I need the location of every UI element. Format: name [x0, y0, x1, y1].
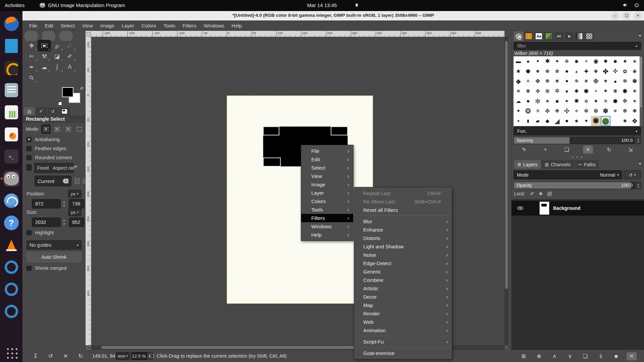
- tab-device-status[interactable]: [585, 32, 594, 41]
- brush-thumbnail[interactable]: ✶: [581, 56, 591, 66]
- new-brush-button[interactable]: +: [540, 145, 550, 154]
- menubar-item[interactable]: Layer: [118, 21, 138, 30]
- selection-handle-top-right[interactable]: [331, 126, 348, 135]
- brush-thumbnail[interactable]: ●: [523, 56, 533, 66]
- brush-thumbnail[interactable]: ❉: [591, 76, 601, 86]
- brush-thumbnail[interactable]: ✥: [552, 106, 562, 116]
- tab-layers[interactable]: ≣ Layers: [514, 160, 541, 169]
- fixed-aspect-box[interactable]: Fixed Aspect ratio: [34, 163, 74, 173]
- brush-thumbnail[interactable]: ✤: [630, 86, 640, 96]
- filters-submenu-item[interactable]: Edge-Detect ›: [354, 259, 452, 267]
- unit-dropdown[interactable]: mm ▾: [116, 352, 130, 360]
- open-brush-as-image-button[interactable]: ⇲: [625, 145, 635, 154]
- brush-thumbnail[interactable]: ✽: [533, 66, 543, 76]
- portrait-icon[interactable]: [75, 178, 79, 184]
- dock-grip[interactable]: ● ● ●: [512, 156, 644, 159]
- dock-sublime-icon[interactable]: [3, 60, 19, 76]
- brush-thumbnail[interactable]: ✻: [543, 76, 552, 86]
- size-height-input[interactable]: 952: [69, 218, 84, 227]
- paths-tool[interactable]: ∫: [51, 62, 63, 72]
- mode-replace-button[interactable]: [42, 125, 50, 133]
- lower-layer-button[interactable]: ∨: [565, 352, 575, 360]
- restore-preset-button[interactable]: ↺: [46, 352, 55, 360]
- context-menu-item[interactable]: Layer ›: [301, 189, 353, 197]
- volume-icon[interactable]: [623, 2, 629, 8]
- checkbox[interactable]: ×: [26, 155, 32, 160]
- close-button[interactable]: ×: [634, 12, 642, 20]
- brush-thumbnail[interactable]: ★: [630, 56, 640, 66]
- brush-thumbnail[interactable]: ✤: [601, 66, 610, 76]
- size-unit-dropdown[interactable]: px▾: [68, 208, 82, 216]
- brush-thumbnail[interactable]: ✦: [591, 86, 601, 96]
- tool-option-checkbox[interactable]: × Rounded corners: [26, 155, 72, 160]
- size-spinner[interactable]: ▲▼: [61, 218, 67, 227]
- tab-fonts[interactable]: Aa: [534, 32, 543, 41]
- tab-palettes[interactable]: [544, 32, 553, 41]
- brush-thumbnail[interactable]: ◉: [591, 56, 601, 66]
- brush-thumbnail[interactable]: ★: [514, 66, 523, 76]
- mode-subtract-button[interactable]: [64, 125, 72, 133]
- panel-menu-icon[interactable]: ◄: [638, 162, 641, 165]
- tool-option-checkbox[interactable]: × Antialiasing: [26, 137, 60, 142]
- selection-handle-top-left[interactable]: [263, 126, 279, 135]
- brush-thumbnail[interactable]: ●: [562, 86, 572, 96]
- brush-thumbnail[interactable]: ✚: [581, 66, 591, 76]
- filters-submenu-item[interactable]: Animation ›: [354, 326, 452, 335]
- brush-thumbnail[interactable]: ✣: [533, 106, 543, 116]
- tab-channels[interactable]: ▥ Channels: [541, 160, 574, 169]
- filters-submenu-item[interactable]: Reset all Filters ›: [354, 206, 452, 214]
- new-layer-button[interactable]: ⊞: [519, 352, 529, 360]
- brush-thumbnail[interactable]: ▪: [514, 116, 523, 126]
- clear-icon[interactable]: ×: [63, 179, 68, 183]
- brush-thumbnail[interactable]: [610, 116, 620, 126]
- merge-down-button[interactable]: ⇓: [596, 352, 606, 360]
- brush-thumbnail[interactable]: ●: [610, 76, 620, 86]
- brush-thumbnail[interactable]: ✿: [581, 96, 591, 106]
- brush-thumbnail[interactable]: ✾: [601, 76, 610, 86]
- brush-thumbnail[interactable]: ✽: [523, 86, 533, 96]
- vertical-ruler[interactable]: -100-50050100150200250300350400: [86, 37, 91, 345]
- filters-submenu-item[interactable]: Enhance ›: [354, 226, 452, 234]
- brush-thumbnail[interactable]: ❁: [514, 86, 523, 96]
- filters-submenu-item[interactable]: Script-Fu ›: [354, 338, 452, 346]
- brush-thumbnail[interactable]: ✶: [630, 96, 640, 106]
- brush-thumbnail[interactable]: ◆: [514, 76, 523, 86]
- delete-brush-button[interactable]: ✕: [583, 145, 593, 154]
- menubar-item[interactable]: Help: [228, 21, 245, 30]
- visibility-eye-icon[interactable]: [517, 206, 524, 210]
- brush-thumbnail[interactable]: [601, 116, 610, 126]
- brush-thumbnail[interactable]: ▰: [533, 116, 543, 126]
- brush-thumbnail[interactable]: ✹: [620, 116, 630, 126]
- brush-thumbnail[interactable]: ✸: [581, 86, 591, 96]
- menubar-item[interactable]: Tools: [160, 21, 179, 30]
- brush-thumbnail[interactable]: ✷: [591, 96, 601, 106]
- dock-vlc-icon[interactable]: [3, 237, 19, 253]
- filters-submenu-item[interactable]: Combine ›: [354, 276, 452, 284]
- tab-mypaint-brushes[interactable]: ⋈: [554, 32, 564, 41]
- fuzzy-select-tool[interactable]: ☄: [63, 40, 76, 51]
- brush-thumbnail[interactable]: ❖: [630, 116, 640, 126]
- size-width-input[interactable]: 2032: [32, 218, 61, 227]
- brush-thumbnail[interactable]: ❉: [620, 96, 630, 106]
- position-spinner[interactable]: ▲▼: [61, 199, 67, 208]
- brush-grid-scrollbar[interactable]: [640, 56, 642, 126]
- brush-thumbnail[interactable]: ★: [572, 116, 581, 126]
- context-menu-item[interactable]: View ›: [301, 172, 353, 180]
- tab-patterns[interactable]: [524, 32, 533, 41]
- landscape-icon[interactable]: [83, 179, 86, 183]
- brush-thumbnail[interactable]: ❖: [543, 96, 552, 106]
- dock-help-icon[interactable]: ?: [3, 215, 19, 231]
- focused-app-menu[interactable]: GNU Image Manipulation Program: [40, 2, 125, 8]
- brush-thumbnail[interactable]: ❃: [630, 106, 640, 116]
- dock-app-ring-3-icon[interactable]: [3, 303, 19, 319]
- filters-submenu-item[interactable]: Blur ›: [354, 217, 452, 226]
- ruler-corner-button[interactable]: [86, 31, 91, 37]
- menubar-item[interactable]: Edit: [41, 21, 57, 30]
- filters-submenu-item[interactable]: ›: [354, 214, 452, 217]
- brush-thumbnail[interactable]: ▬: [514, 56, 523, 66]
- delete-layer-button[interactable]: ✕: [627, 352, 637, 360]
- position-unit-dropdown[interactable]: px▾: [68, 190, 82, 198]
- mode-intersect-button[interactable]: [75, 125, 84, 133]
- quick-mask-toggle[interactable]: [87, 346, 91, 349]
- position-x-input[interactable]: 872: [32, 199, 61, 208]
